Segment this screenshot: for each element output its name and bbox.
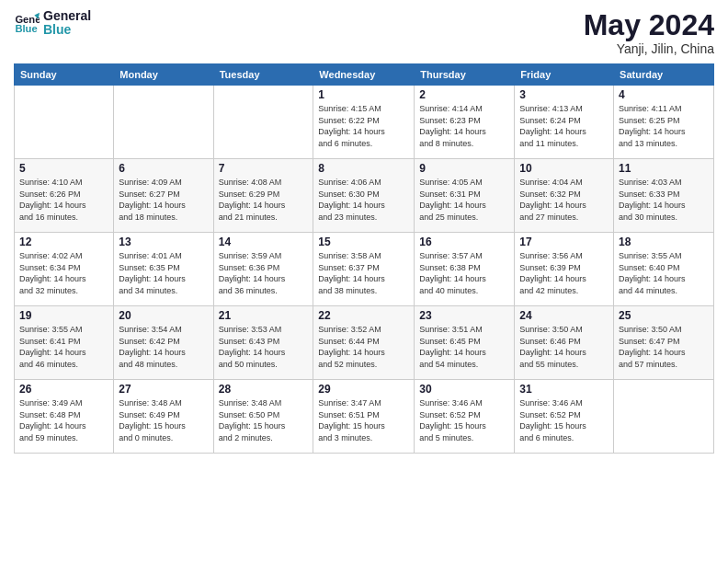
day-number: 8: [318, 162, 409, 175]
logo: General Blue General Blue: [14, 9, 91, 38]
calendar-cell: 4Sunrise: 4:11 AM Sunset: 6:25 PM Daylig…: [614, 86, 714, 159]
day-info: Sunrise: 3:54 AM Sunset: 6:42 PM Dayligh…: [119, 324, 208, 370]
calendar-cell: 12Sunrise: 4:02 AM Sunset: 6:34 PM Dayli…: [15, 233, 114, 306]
day-info: Sunrise: 4:04 AM Sunset: 6:32 PM Dayligh…: [519, 177, 609, 223]
column-header-sunday: Sunday: [15, 64, 114, 86]
calendar-week-1: 1Sunrise: 4:15 AM Sunset: 6:22 PM Daylig…: [15, 86, 714, 159]
calendar-cell: 22Sunrise: 3:52 AM Sunset: 6:44 PM Dayli…: [313, 306, 415, 380]
day-number: 27: [119, 383, 208, 396]
day-info: Sunrise: 4:06 AM Sunset: 6:30 PM Dayligh…: [318, 177, 409, 223]
day-info: Sunrise: 3:46 AM Sunset: 6:52 PM Dayligh…: [419, 397, 509, 443]
day-number: 1: [318, 88, 409, 101]
day-info: Sunrise: 4:10 AM Sunset: 6:26 PM Dayligh…: [19, 177, 108, 223]
calendar-week-3: 12Sunrise: 4:02 AM Sunset: 6:34 PM Dayli…: [15, 233, 714, 306]
day-number: 7: [219, 162, 309, 175]
calendar-cell: 11Sunrise: 4:03 AM Sunset: 6:33 PM Dayli…: [614, 159, 714, 233]
day-info: Sunrise: 3:56 AM Sunset: 6:39 PM Dayligh…: [519, 250, 609, 296]
day-info: Sunrise: 3:52 AM Sunset: 6:44 PM Dayligh…: [318, 324, 409, 370]
calendar-table: SundayMondayTuesdayWednesdayThursdayFrid…: [14, 63, 714, 454]
calendar-cell: 15Sunrise: 3:58 AM Sunset: 6:37 PM Dayli…: [313, 233, 415, 306]
day-number: 23: [419, 309, 509, 322]
day-number: 24: [519, 309, 609, 322]
calendar-cell: [213, 86, 313, 159]
day-number: 2: [419, 88, 509, 101]
day-number: 18: [619, 236, 709, 248]
calendar-cell: 5Sunrise: 4:10 AM Sunset: 6:26 PM Daylig…: [15, 159, 114, 233]
calendar-header-row: SundayMondayTuesdayWednesdayThursdayFrid…: [15, 64, 714, 86]
day-number: 6: [119, 162, 208, 175]
calendar-cell: 7Sunrise: 4:08 AM Sunset: 6:29 PM Daylig…: [213, 159, 313, 233]
day-number: 17: [519, 236, 609, 248]
day-info: Sunrise: 4:03 AM Sunset: 6:33 PM Dayligh…: [619, 177, 709, 223]
day-info: Sunrise: 3:50 AM Sunset: 6:46 PM Dayligh…: [519, 324, 609, 370]
day-info: Sunrise: 3:50 AM Sunset: 6:47 PM Dayligh…: [619, 324, 709, 370]
day-number: 15: [318, 236, 409, 248]
day-info: Sunrise: 3:51 AM Sunset: 6:45 PM Dayligh…: [419, 324, 509, 370]
column-header-thursday: Thursday: [415, 64, 515, 86]
day-number: 19: [19, 309, 108, 322]
calendar-cell: 27Sunrise: 3:48 AM Sunset: 6:49 PM Dayli…: [114, 380, 213, 454]
day-number: 21: [219, 309, 309, 322]
logo-general: General: [43, 8, 91, 23]
column-header-tuesday: Tuesday: [213, 64, 313, 86]
day-info: Sunrise: 4:09 AM Sunset: 6:27 PM Dayligh…: [119, 177, 208, 223]
day-info: Sunrise: 3:48 AM Sunset: 6:49 PM Dayligh…: [119, 397, 208, 443]
day-number: 20: [119, 309, 208, 322]
calendar-cell: [15, 86, 114, 159]
calendar-week-4: 19Sunrise: 3:55 AM Sunset: 6:41 PM Dayli…: [15, 306, 714, 380]
calendar-cell: [114, 86, 213, 159]
day-info: Sunrise: 4:05 AM Sunset: 6:31 PM Dayligh…: [419, 177, 509, 223]
calendar-cell: 14Sunrise: 3:59 AM Sunset: 6:36 PM Dayli…: [213, 233, 313, 306]
calendar-cell: 17Sunrise: 3:56 AM Sunset: 6:39 PM Dayli…: [515, 233, 614, 306]
location-subtitle: Yanji, Jilin, China: [584, 41, 714, 56]
calendar-cell: 16Sunrise: 3:57 AM Sunset: 6:38 PM Dayli…: [415, 233, 515, 306]
day-info: Sunrise: 4:15 AM Sunset: 6:22 PM Dayligh…: [318, 103, 409, 149]
column-header-wednesday: Wednesday: [313, 64, 415, 86]
day-number: 28: [219, 383, 309, 396]
day-number: 25: [619, 309, 709, 322]
day-info: Sunrise: 3:55 AM Sunset: 6:40 PM Dayligh…: [619, 250, 709, 296]
day-number: 31: [519, 383, 609, 396]
calendar-cell: 31Sunrise: 3:46 AM Sunset: 6:52 PM Dayli…: [515, 380, 614, 454]
calendar-cell: 10Sunrise: 4:04 AM Sunset: 6:32 PM Dayli…: [515, 159, 614, 233]
day-info: Sunrise: 3:55 AM Sunset: 6:41 PM Dayligh…: [19, 324, 108, 370]
column-header-saturday: Saturday: [614, 64, 714, 86]
day-number: 30: [419, 383, 509, 396]
day-info: Sunrise: 4:02 AM Sunset: 6:34 PM Dayligh…: [19, 250, 108, 296]
day-number: 9: [419, 162, 509, 175]
svg-text:Blue: Blue: [15, 23, 37, 34]
day-info: Sunrise: 3:49 AM Sunset: 6:48 PM Dayligh…: [19, 397, 108, 443]
day-info: Sunrise: 4:08 AM Sunset: 6:29 PM Dayligh…: [219, 177, 309, 223]
calendar-cell: 24Sunrise: 3:50 AM Sunset: 6:46 PM Dayli…: [515, 306, 614, 380]
day-info: Sunrise: 4:11 AM Sunset: 6:25 PM Dayligh…: [619, 103, 709, 149]
day-number: 5: [19, 162, 108, 175]
column-header-friday: Friday: [515, 64, 614, 86]
day-info: Sunrise: 3:46 AM Sunset: 6:52 PM Dayligh…: [519, 397, 609, 443]
calendar-cell: 3Sunrise: 4:13 AM Sunset: 6:24 PM Daylig…: [515, 86, 614, 159]
day-number: 3: [519, 88, 609, 101]
day-number: 22: [318, 309, 409, 322]
calendar-cell: 6Sunrise: 4:09 AM Sunset: 6:27 PM Daylig…: [114, 159, 213, 233]
calendar-cell: 29Sunrise: 3:47 AM Sunset: 6:51 PM Dayli…: [313, 380, 415, 454]
day-number: 13: [119, 236, 208, 248]
calendar-container: General Blue General Blue May 2024 Yanji…: [0, 0, 728, 463]
day-number: 26: [19, 383, 108, 396]
calendar-cell: 1Sunrise: 4:15 AM Sunset: 6:22 PM Daylig…: [313, 86, 415, 159]
day-number: 14: [219, 236, 309, 248]
day-info: Sunrise: 3:48 AM Sunset: 6:50 PM Dayligh…: [219, 397, 309, 443]
day-info: Sunrise: 4:14 AM Sunset: 6:23 PM Dayligh…: [419, 103, 509, 149]
calendar-cell: 13Sunrise: 4:01 AM Sunset: 6:35 PM Dayli…: [114, 233, 213, 306]
day-info: Sunrise: 3:53 AM Sunset: 6:43 PM Dayligh…: [219, 324, 309, 370]
day-number: 16: [419, 236, 509, 248]
day-number: 29: [318, 383, 409, 396]
day-info: Sunrise: 4:13 AM Sunset: 6:24 PM Dayligh…: [519, 103, 609, 149]
day-info: Sunrise: 3:47 AM Sunset: 6:51 PM Dayligh…: [318, 397, 409, 443]
calendar-cell: 23Sunrise: 3:51 AM Sunset: 6:45 PM Dayli…: [415, 306, 515, 380]
calendar-cell: 25Sunrise: 3:50 AM Sunset: 6:47 PM Dayli…: [614, 306, 714, 380]
logo-icon: General Blue: [14, 10, 40, 36]
calendar-week-2: 5Sunrise: 4:10 AM Sunset: 6:26 PM Daylig…: [15, 159, 714, 233]
calendar-cell: 19Sunrise: 3:55 AM Sunset: 6:41 PM Dayli…: [15, 306, 114, 380]
day-number: 12: [19, 236, 108, 248]
calendar-cell: 30Sunrise: 3:46 AM Sunset: 6:52 PM Dayli…: [415, 380, 515, 454]
day-number: 10: [519, 162, 609, 175]
